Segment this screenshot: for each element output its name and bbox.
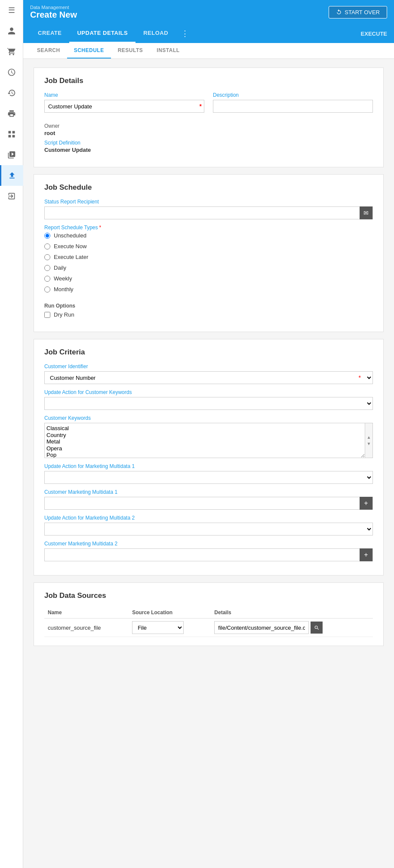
radio-daily-label: Daily [54,265,66,271]
radio-monthly-input[interactable] [44,286,50,292]
customer-marketing2-add-btn[interactable]: + [360,548,372,561]
grid-icon[interactable] [0,124,23,145]
script-definition-group: Script Definition Customer Update [44,140,373,153]
owner-value: root [44,130,373,136]
dry-run-label: Dry Run [54,311,74,318]
data-sources-tbody: customer_source_file File FTP Database [44,619,373,637]
content-area: Job Details Name * Description Owner roo… [23,59,394,662]
radio-execute-later-label: Execute Later [54,254,88,260]
schedule-types-group: Report Schedule Types* Unscheduled Execu… [44,225,373,298]
radio-monthly-label: Monthly [54,286,74,292]
customer-keywords-listbox[interactable]: Classical Country Metal Opera Pop [45,423,365,458]
run-options-label: Run Options [44,303,373,309]
execute-button[interactable]: EXECUTE [361,31,387,37]
update-action-multidata1-group: Update Action for Marketing Multidata 1 … [44,463,373,484]
customer-marketing1-input[interactable] [45,498,360,509]
col-name: Name [44,607,129,619]
details-input[interactable] [214,621,309,634]
customer-marketing1-label: Customer Marketing Multidata 1 [44,489,373,495]
name-input[interactable] [44,100,204,113]
data-sources-thead: Name Source Location Details [44,607,373,619]
customer-identifier-select[interactable]: Customer Number Email Phone [44,371,373,384]
radio-unscheduled[interactable]: Unscheduled [44,232,373,239]
job-details-section: Job Details Name * Description Owner roo… [34,68,384,167]
customer-marketing2-input[interactable] [45,549,360,561]
radio-execute-later[interactable]: Execute Later [44,254,373,260]
tabs-bar: SEARCH SCHEDULE RESULTS INSTALL [23,43,394,59]
description-label: Description [213,92,373,98]
update-action-multidata1-select[interactable]: Add Remove Replace [44,471,373,484]
customer-marketing1-add-btn[interactable]: + [360,497,372,510]
owner-group: Owner root [44,123,373,136]
run-options-group: Run Options Dry Run [44,303,373,318]
job-criteria-section: Job Criteria Customer Identifier Custome… [34,339,384,576]
status-recipient-group: Status Report Recipient ✉ [44,199,373,219]
tab-search[interactable]: SEARCH [30,43,67,58]
details-search-btn[interactable] [311,622,323,634]
action-bar: CREATE UPDATE DETAILS RELOAD ⋮ EXECUTE [23,24,394,43]
row-source-cell: File FTP Database [129,619,211,637]
radio-weekly-label: Weekly [54,275,72,282]
start-over-button[interactable]: START OVER [329,6,387,18]
status-recipient-label: Status Report Recipient [44,199,373,205]
listbox-scrollbar: ▲ ▼ [365,423,372,458]
radio-unscheduled-input[interactable] [44,233,50,239]
radio-weekly-input[interactable] [44,276,50,282]
radio-weekly[interactable]: Weekly [44,275,373,282]
update-action-multidata2-label: Update Action for Marketing Multidata 2 [44,515,373,521]
start-over-label: START OVER [345,9,380,15]
radio-monthly[interactable]: Monthly [44,286,373,292]
customer-keywords-wrapper: Classical Country Metal Opera Pop ▲ ▼ [44,423,373,458]
row-name-cell: customer_source_file [44,619,129,637]
print-icon[interactable] [0,103,23,124]
cart-icon[interactable] [0,41,23,62]
radio-unscheduled-label: Unscheduled [54,232,86,239]
customer-identifier-label: Customer Identifier [44,363,373,369]
schedule-types-label: Report Schedule Types* [44,225,373,231]
row-name-value: customer_source_file [48,625,101,631]
create-button[interactable]: CREATE [30,24,69,43]
history-icon[interactable] [0,83,23,103]
tab-schedule[interactable]: SCHEDULE [67,43,111,58]
source-location-select[interactable]: File FTP Database [132,621,184,634]
hamburger-icon[interactable]: ☰ [0,0,23,21]
update-details-button[interactable]: UPDATE DETAILS [69,24,135,43]
update-action-keywords-group: Update Action for Customer Keywords Add … [44,389,373,410]
breadcrumb: Data Management [30,5,77,10]
tab-install[interactable]: INSTALL [150,43,186,58]
radio-execute-now-label: Execute Now [54,243,87,249]
status-recipient-input-wrapper: ✉ [44,206,373,219]
clock-icon[interactable] [0,62,23,83]
radio-execute-later-input[interactable] [44,254,50,260]
person-icon[interactable] [0,21,23,41]
main-content: Data Management Create New START OVER CR… [23,0,394,868]
radio-daily[interactable]: Daily [44,265,373,271]
dry-run-checkbox-input[interactable] [44,312,50,318]
reload-button[interactable]: RELOAD [135,24,176,43]
dry-run-checkbox[interactable]: Dry Run [44,311,373,318]
customer-marketing2-group: Customer Marketing Multidata 2 + [44,541,373,561]
scroll-up-icon: ▲ [367,435,371,440]
status-recipient-input[interactable] [45,207,360,219]
customer-identifier-wrapper: Customer Number Email Phone * [44,371,373,384]
customer-keywords-label: Customer Keywords [44,415,373,421]
login-icon[interactable] [0,186,23,206]
radio-execute-now[interactable]: Execute Now [44,243,373,249]
scroll-down-icon: ▼ [367,441,371,446]
header-left: Data Management Create New [30,5,77,20]
update-action-multidata2-select[interactable]: Add Remove Replace [44,523,373,536]
email-icon-btn[interactable]: ✉ [360,206,372,219]
customer-marketing2-wrapper: + [44,548,373,561]
description-input[interactable] [213,100,373,113]
data-sources-table: Name Source Location Details customer_so… [44,607,373,637]
upload-icon[interactable] [0,165,23,186]
description-field-group: Description [213,92,373,113]
update-action-keywords-select[interactable]: Add Remove Replace [44,397,373,410]
more-options-icon[interactable]: ⋮ [176,29,194,38]
media-icon[interactable] [0,145,23,165]
radio-daily-input[interactable] [44,265,50,271]
tab-results[interactable]: RESULTS [111,43,150,58]
script-definition-label: Script Definition [44,140,373,146]
data-sources-header-row: Name Source Location Details [44,607,373,619]
radio-execute-now-input[interactable] [44,243,50,249]
